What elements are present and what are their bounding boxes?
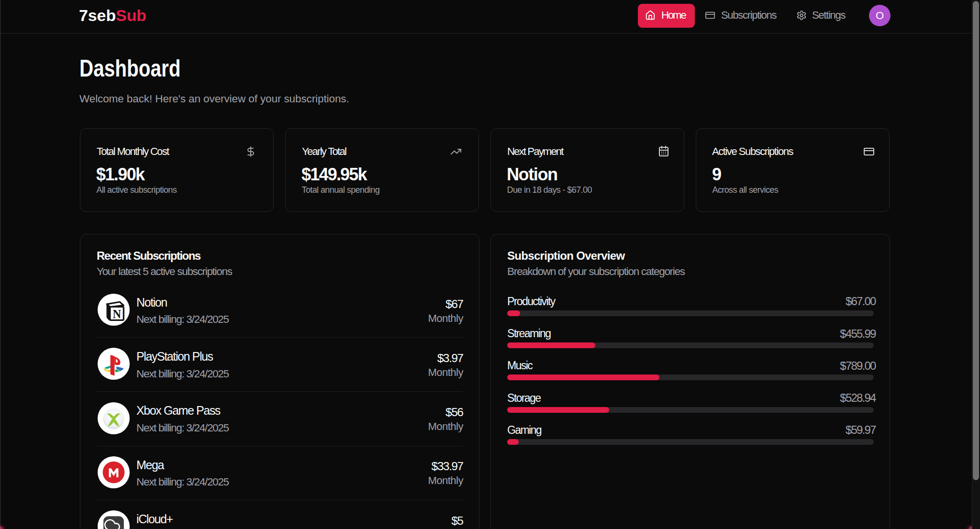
svg-text:N: N bbox=[113, 308, 122, 320]
